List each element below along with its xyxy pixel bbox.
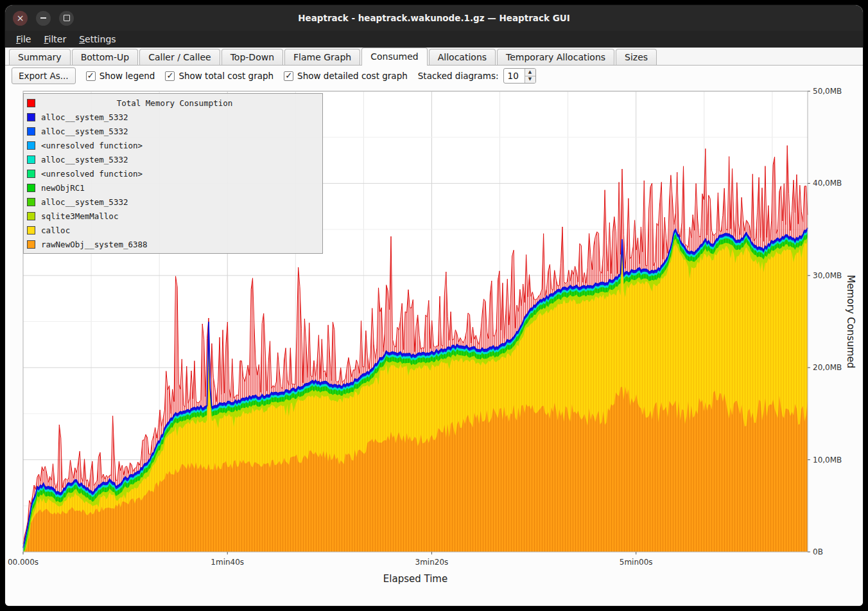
checkbox-box: ✓	[165, 71, 175, 81]
chart-legend: Total Memory Consumptionalloc__system_53…	[23, 93, 323, 254]
svg-text:1min40s: 1min40s	[211, 558, 244, 567]
tab-top-down[interactable]: Top-Down	[221, 49, 283, 65]
legend-label: rawNewObj__system_6388	[41, 240, 322, 249]
window-controls: ×	[13, 11, 74, 26]
tab-bar: Summary Bottom-Up Caller / Callee Top-Do…	[5, 48, 863, 66]
spin-buttons: ▲ ▼	[525, 69, 535, 83]
legend-label: alloc__system_5332	[41, 197, 322, 207]
legend-label: newObjRC1	[41, 183, 322, 193]
legend-swatch	[27, 141, 35, 150]
legend-label: alloc__system_5332	[41, 155, 322, 164]
legend-label: <unresolved function>	[41, 169, 322, 179]
tab-flame-graph[interactable]: Flame Graph	[284, 49, 360, 65]
checkbox-box: ✓	[284, 71, 293, 81]
legend-label: alloc__system_5332	[41, 127, 322, 136]
legend-swatch	[27, 184, 35, 192]
legend-item: calloc	[24, 223, 322, 237]
svg-text:5min00s: 5min00s	[620, 558, 653, 567]
consumed-chart-region: 0B10,0MB20,0MB30,0MB40,0MB50,0MB00.000s1…	[5, 86, 863, 606]
legend-title-row: Total Memory Consumption	[24, 96, 322, 110]
legend-label: <unresolved function>	[41, 141, 322, 150]
check-icon: ✓	[166, 71, 173, 80]
legend-label: alloc__system_5332	[41, 112, 322, 122]
menu-bar: File Filter Settings	[5, 31, 863, 48]
maximize-button[interactable]	[59, 11, 74, 26]
svg-text:30,0MB: 30,0MB	[813, 271, 842, 280]
menu-file[interactable]: File	[10, 32, 37, 46]
spin-up-button[interactable]: ▲	[525, 69, 535, 76]
svg-text:3min20s: 3min20s	[415, 558, 449, 567]
svg-text:40,0MB: 40,0MB	[813, 179, 842, 188]
legend-label: sqlite3MemMalloc	[41, 211, 322, 221]
legend-item: sqlite3MemMalloc	[24, 209, 322, 223]
checkbox-label: Show legend	[100, 71, 155, 81]
svg-text:Memory Consumed: Memory Consumed	[845, 275, 856, 369]
legend-label: Total Memory Consumption	[41, 98, 322, 108]
stacked-diagrams-label: Stacked diagrams:	[418, 71, 499, 81]
legend-item: alloc__system_5332	[24, 110, 322, 124]
legend-swatch	[27, 99, 35, 107]
legend-swatch	[27, 198, 35, 206]
close-button[interactable]: ×	[13, 11, 28, 26]
tab-consumed[interactable]: Consumed	[361, 48, 428, 66]
tab-sizes[interactable]: Sizes	[616, 49, 657, 65]
checkbox-show-total-cost-graph[interactable]: ✓ Show total cost graph	[165, 71, 273, 81]
legend-item: newObjRC1	[24, 181, 322, 195]
stacked-diagrams-group: Stacked diagrams: 10 ▲ ▼	[418, 68, 536, 84]
svg-text:00.000s: 00.000s	[8, 558, 39, 567]
legend-swatch	[27, 240, 35, 249]
svg-text:Elapsed Time: Elapsed Time	[383, 573, 447, 585]
window-title: Heaptrack - heaptrack.wakunode.1.gz — He…	[5, 13, 863, 23]
title-bar[interactable]: × Heaptrack - heaptrack.wakunode.1.gz — …	[5, 5, 863, 31]
close-icon: ×	[17, 13, 24, 22]
legend-item: <unresolved function>	[24, 138, 322, 152]
legend-swatch	[27, 170, 35, 178]
legend-item: rawNewObj__system_6388	[24, 237, 322, 251]
spin-down-button[interactable]: ▼	[525, 76, 535, 84]
legend-item: alloc__system_5332	[24, 152, 322, 166]
tab-bottom-up[interactable]: Bottom-Up	[72, 49, 139, 65]
check-icon: ✓	[87, 71, 94, 80]
tab-allocations[interactable]: Allocations	[429, 49, 496, 65]
legend-swatch	[27, 226, 35, 235]
legend-swatch	[27, 155, 35, 164]
stacked-diagrams-spinbox[interactable]: 10 ▲ ▼	[503, 68, 536, 84]
minimize-button[interactable]	[36, 11, 51, 26]
svg-text:0B: 0B	[813, 547, 823, 556]
svg-text:50,0MB: 50,0MB	[813, 87, 842, 96]
legend-swatch	[27, 212, 35, 220]
svg-text:10,0MB: 10,0MB	[813, 456, 842, 465]
checkbox-box: ✓	[86, 71, 96, 81]
checkbox-show-detailed-cost-graph[interactable]: ✓ Show detailed cost graph	[284, 71, 408, 81]
app-window: × Heaptrack - heaptrack.wakunode.1.gz — …	[5, 5, 863, 606]
checkbox-show-legend[interactable]: ✓ Show legend	[86, 71, 155, 81]
svg-text:20,0MB: 20,0MB	[813, 363, 842, 372]
legend-label: calloc	[41, 226, 322, 235]
export-as-button[interactable]: Export As...	[12, 67, 76, 84]
toolbar: Export As... ✓ Show legend ✓ Show total …	[5, 66, 863, 86]
legend-item: <unresolved function>	[24, 166, 322, 181]
maximize-icon	[64, 15, 70, 21]
tab-caller-callee[interactable]: Caller / Callee	[139, 49, 220, 65]
stacked-diagrams-value[interactable]: 10	[504, 69, 525, 83]
tab-summary[interactable]: Summary	[9, 49, 71, 65]
legend-item: alloc__system_5332	[24, 195, 322, 209]
menu-filter[interactable]: Filter	[38, 32, 72, 46]
menu-settings[interactable]: Settings	[73, 32, 121, 46]
checkbox-label: Show detailed cost graph	[297, 71, 408, 81]
minimize-icon	[40, 17, 46, 19]
legend-swatch	[27, 127, 35, 136]
check-icon: ✓	[285, 71, 292, 80]
legend-swatch	[27, 113, 35, 121]
checkbox-label: Show total cost graph	[178, 71, 273, 81]
legend-item: alloc__system_5332	[24, 124, 322, 138]
tab-temporary-allocations[interactable]: Temporary Allocations	[497, 49, 614, 65]
